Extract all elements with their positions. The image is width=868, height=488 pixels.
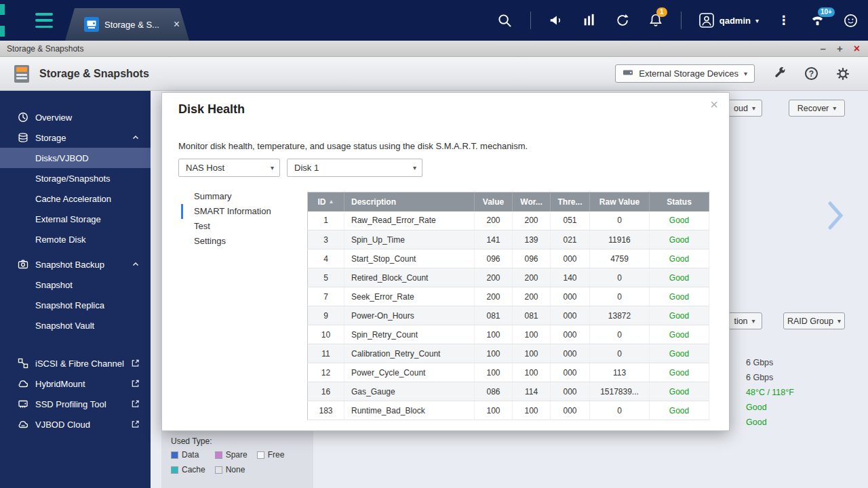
sidebar-item-snapshot-replica[interactable]: Snapshot Replica [0, 295, 151, 315]
column-header-thre[interactable]: Thre... [551, 192, 590, 211]
nas-host-select[interactable]: NAS Host ▾ [178, 159, 280, 177]
dialog-tab-summary[interactable]: Summary [181, 189, 303, 204]
cell-value: 081 [475, 306, 513, 325]
external-storage-devices-button[interactable]: External Storage Devices ▾ [615, 64, 755, 83]
vjbod-cloud-button-partial[interactable]: oud ▾ [727, 100, 762, 117]
button-label: oud [734, 104, 748, 113]
sidebar-item-label: VJBOD Cloud [35, 420, 90, 430]
cell-worst: 139 [513, 230, 551, 249]
dialog-tab-test[interactable]: Test [181, 219, 303, 234]
cell-desc: Power-On_Hours [344, 306, 475, 325]
cell-id: 9 [308, 306, 344, 325]
sidebar-item-hybridmount[interactable]: HybridMount [0, 373, 151, 394]
sidebar-item-snapshot-vault[interactable]: Snapshot Vault [0, 315, 151, 336]
column-header-wor[interactable]: Wor... [513, 192, 551, 211]
sidebar-item-external-storage[interactable]: External Storage [0, 209, 151, 229]
dialog-tab-smart-information[interactable]: SMART Information [181, 204, 303, 219]
smart-table-row[interactable]: 7Seek_Error_Rate2002000000Good [308, 287, 709, 306]
background-tasks-icon[interactable] [581, 12, 597, 28]
cell-value: 200 [475, 287, 513, 306]
sidebar-item-iscsi-fibre-channel[interactable]: iSCSI & Fibre Channel [0, 353, 151, 373]
sidebar-item-disks-vjbod[interactable]: Disks/VJBOD [0, 148, 151, 168]
more-options-icon[interactable]: ⋮ [776, 12, 792, 28]
dialog-tab-settings[interactable]: Settings [181, 234, 303, 249]
column-header-id[interactable]: ID▲ [308, 192, 344, 211]
dialog-close-icon[interactable]: × [710, 97, 718, 113]
button-label: Recover [797, 104, 829, 113]
smart-table-row[interactable]: 1Raw_Read_Error_Rate2002000510Good [308, 211, 709, 230]
cell-id: 7 [308, 287, 344, 306]
smart-table-row[interactable]: 183Runtime_Bad_Block1001000000Good [308, 401, 709, 420]
sidebar-item-snapshot[interactable]: Snapshot [0, 274, 151, 295]
cell-desc: Raw_Read_Error_Rate [344, 211, 475, 230]
app-header: Storage & Snapshots External Storage Dev… [0, 57, 868, 91]
settings-gear-icon[interactable] [835, 66, 850, 81]
chevron-up-icon[interactable] [132, 134, 140, 142]
cell-worst: 081 [513, 306, 551, 325]
smart-table-row[interactable]: 10Spin_Retry_Count1001000000Good [308, 325, 709, 344]
recycle-bin-icon[interactable] [614, 12, 631, 28]
recover-button[interactable]: Recover ▾ [789, 100, 845, 117]
column-header-raw-value[interactable]: Raw Value [590, 192, 650, 211]
cell-worst: 100 [513, 401, 551, 420]
sidebar-item-overview[interactable]: Overview [0, 107, 151, 127]
sidebar-item-storage-snapshots[interactable]: Storage/Snapshots [0, 168, 151, 188]
chevron-down-icon: ▾ [752, 104, 755, 112]
sidebar-item-vjbod-cloud[interactable]: VJBOD Cloud [0, 414, 151, 434]
cell-worst: 200 [513, 268, 551, 287]
window-close-icon[interactable]: × [854, 43, 860, 54]
column-header-description[interactable]: Description [344, 192, 475, 211]
app-tab-storage-snapshots[interactable]: Storage & S... × [65, 8, 189, 41]
help-icon[interactable]: ? [805, 67, 818, 80]
column-header-status[interactable]: Status [650, 192, 709, 211]
remote-device-icon[interactable]: 10+ [809, 12, 825, 28]
sidebar-item-label: Snapshot Backup [35, 260, 104, 270]
notifications-bell-icon[interactable]: 1 [648, 12, 664, 28]
cell-id: 183 [308, 401, 344, 420]
smart-table-row[interactable]: 12Power_Cycle_Count100100000113Good [308, 363, 709, 382]
assistant-icon[interactable] [842, 12, 859, 28]
cell-raw: 13872 [590, 306, 650, 325]
action-button-partial[interactable]: tion ▾ [727, 312, 762, 329]
smart-table-row[interactable]: 9Power-On_Hours08108100013872Good [308, 306, 709, 325]
chevron-up-icon[interactable] [132, 260, 140, 268]
tab-close-icon[interactable]: × [174, 18, 180, 30]
tools-icon[interactable] [772, 66, 787, 81]
raid-group-button[interactable]: RAID Group ▾ [783, 312, 845, 329]
cell-worst: 100 [513, 325, 551, 344]
cell-value: 096 [475, 249, 513, 268]
minimize-icon[interactable]: – [821, 43, 826, 54]
smart-table-row[interactable]: 3Spin_Up_Time14113902111916Good [308, 230, 709, 249]
sidebar-item-storage[interactable]: Storage [0, 127, 151, 148]
smart-table-row[interactable]: 16Gas_Gauge0861140001517839...Good [308, 382, 709, 401]
user-menu[interactable]: qadmin ▾ [698, 12, 759, 28]
column-header-value[interactable]: Value [475, 192, 513, 211]
cell-value: 200 [475, 268, 513, 287]
main-menu-icon[interactable] [35, 13, 53, 28]
cell-raw: 113 [590, 363, 650, 382]
sidebar-item-cache-acceleration[interactable]: Cache Acceleration [0, 188, 151, 209]
sidebar: OverviewStorageDisks/VJBODStorage/Snapsh… [0, 91, 151, 488]
status-value: 6 Gbps [746, 370, 794, 385]
cell-status: Good [650, 268, 709, 287]
sidebar-item-snapshot-backup[interactable]: Snapshot Backup [0, 254, 151, 274]
cell-status: Good [650, 249, 709, 268]
device-count-badge: 10+ [818, 7, 835, 17]
cell-id: 3 [308, 230, 344, 249]
cell-value: 086 [475, 382, 513, 401]
cell-desc: Spin_Up_Time [344, 230, 475, 249]
used-type-legend: Used Type: DataSpareFreeCacheNone [161, 431, 313, 488]
sidebar-item-remote-disk[interactable]: Remote Disk [0, 229, 151, 249]
maximize-icon[interactable]: + [837, 43, 843, 54]
smart-table-row[interactable]: 4Start_Stop_Count0960960004759Good [308, 249, 709, 268]
next-page-icon[interactable] [827, 201, 844, 233]
search-icon[interactable] [497, 12, 513, 28]
announcement-icon[interactable] [548, 12, 564, 28]
cell-raw: 4759 [590, 249, 650, 268]
smart-table-row[interactable]: 5Retired_Block_Count2002001400Good [308, 268, 709, 287]
disk-select[interactable]: Disk 1 ▾ [287, 159, 422, 177]
sidebar-item-ssd-profiling-tool[interactable]: SSD Profiling Tool [0, 394, 151, 414]
legend-swatch [215, 451, 222, 459]
smart-table-row[interactable]: 11Calibration_Retry_Count1001000000Good [308, 344, 709, 363]
cell-raw: 0 [590, 344, 650, 363]
